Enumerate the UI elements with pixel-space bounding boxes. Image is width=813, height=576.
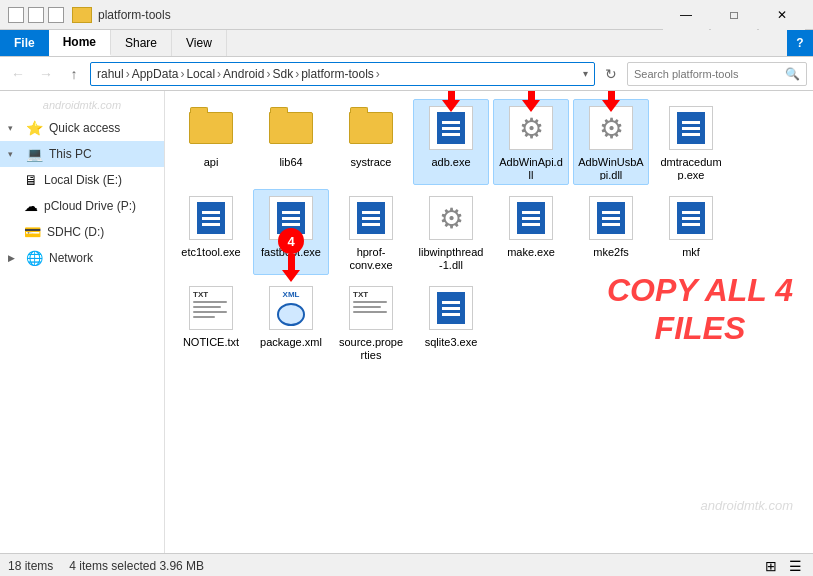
file-name-adbwinusbapi: AdbWinUsbApi.dll <box>578 156 644 180</box>
sidebar-item-local-disk[interactable]: 🖥 Local Disk (E:) <box>0 167 164 193</box>
file-name-adbwinapi: AdbWinApi.dll <box>498 156 564 180</box>
watermark-sidebar: androidmtk.com <box>0 95 164 115</box>
minimize-button[interactable]: — <box>663 0 709 30</box>
file-item-package[interactable]: XML package.xml <box>253 279 329 365</box>
folder-systrace-icon <box>347 104 395 152</box>
maximize-button[interactable]: □ <box>711 0 757 30</box>
gear-icon: ⚙ <box>519 112 544 145</box>
window-title: platform-tools <box>98 8 171 22</box>
file-name-fastboot: fastboot.exe <box>261 246 321 259</box>
file-item-sqlite3[interactable]: sqlite3.exe <box>413 279 489 365</box>
file-name-libwinpthread: libwinpthread-1.dll <box>418 246 484 270</box>
globe-icon <box>277 303 305 326</box>
address-path[interactable]: rahul › AppData › Local › Android › Sdk … <box>90 62 595 86</box>
file-item-hprofconv[interactable]: hprof-conv.exe <box>333 189 409 275</box>
file-item-fastboot[interactable]: fastboot.exe 4 <box>253 189 329 275</box>
path-rahul[interactable]: rahul <box>97 67 124 81</box>
view-controls: ⊞ ☰ <box>761 556 805 576</box>
sidebar-item-pcloud[interactable]: ☁ pCloud Drive (P:) <box>0 193 164 219</box>
file-name-hprofconv: hprof-conv.exe <box>338 246 404 270</box>
path-dropdown-icon[interactable]: ▾ <box>583 68 588 79</box>
search-icon: 🔍 <box>785 67 800 81</box>
exe-mke2fs-icon <box>587 194 635 242</box>
file-area[interactable]: androidmtk.com api lib64 <box>165 91 813 553</box>
close-button[interactable]: ✕ <box>759 0 805 30</box>
expand-icon-net: ▶ <box>8 253 20 263</box>
details-view-button[interactable]: ☰ <box>785 556 805 576</box>
back-button[interactable]: ← <box>6 62 30 86</box>
up-button[interactable]: ↑ <box>62 62 86 86</box>
expand-icon: ▾ <box>8 123 20 133</box>
file-item-libwinpthread[interactable]: ⚙ libwinpthread-1.dll <box>413 189 489 275</box>
file-item-mkf[interactable]: mkf <box>653 189 729 275</box>
forward-button[interactable]: → <box>34 62 58 86</box>
window-controls: — □ ✕ <box>663 0 805 30</box>
ribbon-tabs: File Home Share View ? <box>0 30 813 56</box>
refresh-button[interactable]: ↻ <box>599 62 623 86</box>
title-icon-3 <box>48 7 64 23</box>
pcloud-icon: ☁ <box>24 198 38 214</box>
search-box[interactable]: 🔍 <box>627 62 807 86</box>
file-name-lib64: lib64 <box>279 156 302 169</box>
network-icon: 🌐 <box>26 250 43 266</box>
expand-icon-2: ▾ <box>8 149 20 159</box>
file-item-adbwinapi[interactable]: ⚙ AdbWinApi.dll 2 <box>493 99 569 185</box>
file-name-adb: adb.exe <box>431 156 470 169</box>
sidebar: androidmtk.com ▾ ⭐ Quick access ▾ 💻 This… <box>0 91 165 553</box>
item-count: 18 items <box>8 559 53 573</box>
title-icon-2 <box>28 7 44 23</box>
file-name-source: source.properties <box>338 336 404 360</box>
txt-source-icon: TXT <box>347 284 395 332</box>
exe-make-icon <box>507 194 555 242</box>
search-input[interactable] <box>634 68 781 80</box>
file-item-lib64[interactable]: lib64 <box>253 99 329 185</box>
sidebar-label-network: Network <box>49 251 93 265</box>
path-platform-tools[interactable]: platform-tools <box>301 67 374 81</box>
help-button[interactable]: ? <box>787 30 813 56</box>
file-item-etc1tool[interactable]: etc1tool.exe <box>173 189 249 275</box>
file-name-notice: NOTICE.txt <box>183 336 239 349</box>
file-item-adbwinusbapi[interactable]: ⚙ AdbWinUsbApi.dll 3 <box>573 99 649 185</box>
sidebar-label-sdhc: SDHC (D:) <box>47 225 104 239</box>
dll-adbwinapi-icon: ⚙ <box>507 104 555 152</box>
file-name-etc1tool: etc1tool.exe <box>181 246 240 259</box>
sidebar-item-this-pc[interactable]: ▾ 💻 This PC <box>0 141 164 167</box>
dll-libwinpthread-icon: ⚙ <box>427 194 475 242</box>
large-icons-view-button[interactable]: ⊞ <box>761 556 781 576</box>
title-folder-icon <box>72 7 92 23</box>
main-layout: androidmtk.com ▾ ⭐ Quick access ▾ 💻 This… <box>0 91 813 553</box>
exe-hprofconv-icon <box>347 194 395 242</box>
exe-mkf-icon <box>667 194 715 242</box>
tab-home[interactable]: Home <box>49 30 111 56</box>
file-item-make[interactable]: make.exe <box>493 189 569 275</box>
folder-lib64-icon <box>267 104 315 152</box>
file-item-notice[interactable]: TXT NOTICE.txt <box>173 279 249 365</box>
path-android[interactable]: Android <box>223 67 264 81</box>
tab-file[interactable]: File <box>0 30 49 56</box>
file-item-adb[interactable]: adb.exe 1 <box>413 99 489 185</box>
exe-sqlite3-icon <box>427 284 475 332</box>
sidebar-label-pcloud: pCloud Drive (P:) <box>44 199 136 213</box>
file-item-source[interactable]: TXT source.properties <box>333 279 409 365</box>
selected-info: 4 items selected 3.96 MB <box>69 559 204 573</box>
status-bar: 18 items 4 items selected 3.96 MB ⊞ ☰ <box>0 553 813 576</box>
gear-icon-3: ⚙ <box>439 202 464 235</box>
sidebar-item-network[interactable]: ▶ 🌐 Network <box>0 245 164 271</box>
file-item-mke2fs[interactable]: mke2fs <box>573 189 649 275</box>
tab-view[interactable]: View <box>172 30 227 56</box>
this-pc-icon: 💻 <box>26 146 43 162</box>
file-item-api[interactable]: api <box>173 99 249 185</box>
tab-share[interactable]: Share <box>111 30 172 56</box>
path-sdk[interactable]: Sdk <box>272 67 293 81</box>
ribbon: File Home Share View ? <box>0 30 813 57</box>
file-item-dmtracedump[interactable]: dmtracedump.exe <box>653 99 729 185</box>
path-appdata[interactable]: AppData <box>132 67 179 81</box>
sidebar-label-this-pc: This PC <box>49 147 92 161</box>
local-disk-icon: 🖥 <box>24 172 38 188</box>
exe-fastboot-icon <box>267 194 315 242</box>
file-name-mke2fs: mke2fs <box>593 246 628 259</box>
sidebar-item-quick-access[interactable]: ▾ ⭐ Quick access <box>0 115 164 141</box>
sidebar-item-sdhc[interactable]: 💳 SDHC (D:) <box>0 219 164 245</box>
path-local[interactable]: Local <box>186 67 215 81</box>
file-item-systrace[interactable]: systrace <box>333 99 409 185</box>
